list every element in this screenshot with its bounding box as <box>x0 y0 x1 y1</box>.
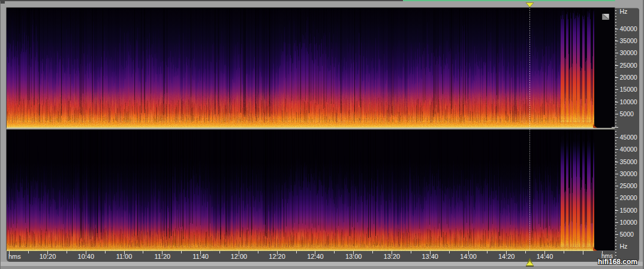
svg-text:Hz: Hz <box>620 8 628 15</box>
svg-text:13:40: 13:40 <box>422 253 438 260</box>
svg-text:35000: 35000 <box>620 37 637 44</box>
svg-text:25000: 25000 <box>620 182 637 189</box>
svg-text:hms: hms <box>8 253 21 260</box>
svg-text:10:20: 10:20 <box>40 253 56 260</box>
svg-text:13:20: 13:20 <box>384 253 401 260</box>
svg-text:14:20: 14:20 <box>498 253 515 260</box>
svg-text:10000: 10000 <box>620 98 637 105</box>
svg-text:5000: 5000 <box>620 231 634 238</box>
svg-text:12:00: 12:00 <box>231 253 248 260</box>
svg-text:Hz: Hz <box>620 243 628 250</box>
svg-text:14:00: 14:00 <box>460 253 477 260</box>
svg-text:30000: 30000 <box>620 49 637 56</box>
svg-text:11:20: 11:20 <box>154 253 170 260</box>
svg-text:20000: 20000 <box>620 194 637 201</box>
svg-text:10000: 10000 <box>620 219 637 226</box>
svg-text:13:00: 13:00 <box>345 253 362 260</box>
svg-text:25000: 25000 <box>620 62 637 69</box>
svg-text:14:40: 14:40 <box>537 253 553 260</box>
svg-text:5000: 5000 <box>620 110 634 117</box>
svg-text:40000: 40000 <box>620 146 637 153</box>
svg-text:15000: 15000 <box>620 86 637 93</box>
svg-text:30000: 30000 <box>620 170 637 177</box>
svg-text:20000: 20000 <box>620 74 637 81</box>
svg-text:11:00: 11:00 <box>116 253 133 260</box>
svg-text:hifi168.com: hifi168.com <box>598 258 637 266</box>
svg-text:11:40: 11:40 <box>192 253 209 260</box>
svg-text:40000: 40000 <box>620 25 637 32</box>
svg-text:12:40: 12:40 <box>307 253 324 260</box>
svg-text:15000: 15000 <box>620 207 637 214</box>
svg-text:35000: 35000 <box>620 158 637 165</box>
svg-text:12:20: 12:20 <box>269 253 285 260</box>
svg-text:45000: 45000 <box>620 134 637 141</box>
svg-text:10:40: 10:40 <box>78 253 95 260</box>
